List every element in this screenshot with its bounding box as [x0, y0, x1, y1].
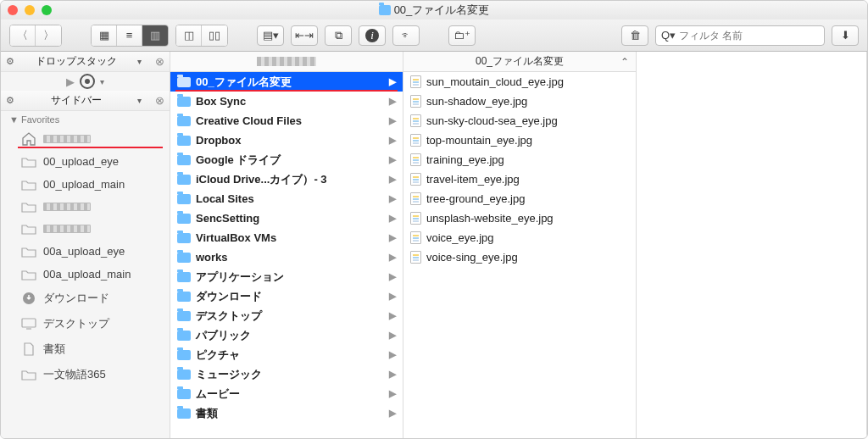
favorites-header[interactable]: ▼ Favorites	[1, 111, 170, 128]
download-button[interactable]: ⬇	[832, 25, 859, 46]
image-file-icon	[410, 212, 421, 225]
folder-row[interactable]: ムービー▶	[170, 384, 403, 403]
sort-caret-icon[interactable]: ⌃	[620, 56, 629, 68]
file-row[interactable]: sun_moutain_cloud_eye.jpg	[403, 72, 636, 92]
folder-row[interactable]: works▶	[170, 247, 403, 267]
sidebar-item[interactable]: ダウンロード	[1, 286, 170, 311]
arrange-icon: ▤▾	[263, 29, 279, 42]
redacted-text	[257, 57, 316, 66]
arrange-button[interactable]: ▤▾	[257, 25, 284, 46]
dual-vertical-button[interactable]: ▯▯	[202, 25, 227, 46]
copy-button[interactable]: ⧉	[325, 25, 352, 46]
folder-row-label: VirtualBox VMs	[196, 231, 276, 244]
sidebar-item[interactable]	[1, 196, 170, 218]
search-box[interactable]: Q▾	[655, 25, 825, 46]
folder-row[interactable]: アプリケーション▶	[170, 267, 403, 286]
main-area: ⚙ ドロップスタック ▾ ⊗ ▶ ▾ ⚙ サイドバー ▾ ⊗ ▼ Favorit…	[1, 52, 867, 439]
folder-row[interactable]: パブリック▶	[170, 325, 403, 345]
file-row-label: voice_eye.jpg	[426, 231, 494, 244]
close-icon[interactable]: ⊗	[155, 94, 164, 107]
measure-button[interactable]: ⇤⇥	[291, 25, 318, 46]
file-row[interactable]: top-mountain_eye.jpg	[403, 131, 636, 150]
sidebar-item[interactable]: 00_upload_eye	[1, 150, 170, 173]
connect-button[interactable]: ᯤ	[392, 25, 420, 46]
folder-row[interactable]: iCloud Drive...カイブ）- 3▶	[170, 169, 403, 189]
sidebar-header[interactable]: ⚙ サイドバー ▾ ⊗	[1, 91, 170, 111]
dropstack-target[interactable]: ▶ ▾	[1, 72, 170, 91]
view-mode-buttons: ▦ ≡ ▥	[91, 25, 169, 47]
folder-row[interactable]: VirtualBox VMs▶	[170, 228, 403, 247]
chevron-right-icon: ▶	[389, 96, 396, 107]
back-button[interactable]: 〈	[10, 25, 36, 46]
split-h-icon: ◫	[184, 29, 194, 42]
sidebar-item[interactable]	[1, 128, 170, 150]
folder-row-label: Creative Cloud Files	[196, 114, 302, 127]
folder-row[interactable]: Creative Cloud Files▶	[170, 111, 403, 131]
image-file-icon	[410, 231, 421, 244]
forward-button[interactable]: 〉	[36, 25, 61, 46]
file-row[interactable]: unsplash-website_eye.jpg	[403, 208, 636, 228]
info-button[interactable]: i	[359, 25, 386, 46]
file-row[interactable]: travel-item_eye.jpg	[403, 169, 636, 189]
folder-row[interactable]: Local Sites▶	[170, 189, 403, 208]
column-1-header[interactable]	[170, 52, 403, 72]
sidebar-item[interactable]: 書類	[1, 336, 170, 362]
folder-row[interactable]: 書類▶	[170, 403, 403, 423]
folder-row[interactable]: ダウンロード▶	[170, 286, 403, 306]
gear-icon[interactable]: ⚙	[6, 95, 14, 106]
file-row[interactable]: training_eye.jpg	[403, 150, 636, 169]
folder-row[interactable]: Box Sync▶	[170, 92, 403, 111]
chevron-right-icon: ▶	[389, 291, 396, 302]
close-icon[interactable]: ⊗	[155, 55, 164, 68]
chevron-right-icon: ▶	[389, 135, 396, 146]
chevron-right-icon: ▶	[389, 174, 396, 185]
folder-row-label: Dropbox	[196, 134, 241, 147]
file-row[interactable]: voice-sing_eye.jpg	[403, 247, 636, 267]
folder-row[interactable]: デスクトップ▶	[170, 306, 403, 325]
column-2-header[interactable]: 00_ファイル名変更 ⌃	[403, 52, 636, 72]
file-row-label: voice-sing_eye.jpg	[426, 251, 518, 264]
folder-row-label: ピクチャ	[196, 347, 240, 363]
sidebar-item[interactable]: 一文物語365	[1, 362, 170, 387]
sidebar: ⚙ ドロップスタック ▾ ⊗ ▶ ▾ ⚙ サイドバー ▾ ⊗ ▼ Favorit…	[1, 52, 170, 439]
sidebar-item[interactable]	[1, 218, 170, 240]
new-folder-button[interactable]: 🗀⁺	[448, 25, 476, 46]
sidebar-item-label: 書類	[43, 342, 65, 357]
folder-row-label: 書類	[196, 406, 218, 421]
gear-icon[interactable]: ⚙	[6, 56, 14, 67]
file-row[interactable]: tree-ground_eye.jpg	[403, 189, 636, 208]
image-file-icon	[410, 134, 421, 147]
sidebar-item[interactable]: 00a_upload_main	[1, 263, 170, 286]
target-icon	[80, 74, 95, 89]
file-row[interactable]: voice_eye.jpg	[403, 228, 636, 247]
trash-button[interactable]: 🗑	[621, 25, 648, 46]
folder-icon	[177, 272, 191, 282]
folder-row[interactable]: Dropbox▶	[170, 131, 403, 150]
sidebar-item[interactable]: 00_upload_main	[1, 173, 170, 196]
folder-row[interactable]: ピクチャ▶	[170, 345, 403, 364]
list-view-button[interactable]: ≡	[117, 25, 142, 46]
folder-row[interactable]: 00_ファイル名変更▶	[170, 72, 403, 92]
sidebar-item[interactable]: デスクトップ	[1, 311, 170, 336]
image-file-icon	[410, 95, 421, 108]
icon-view-button[interactable]: ▦	[92, 25, 117, 46]
folder-row-label: Box Sync	[196, 95, 246, 108]
dual-horizontal-button[interactable]: ◫	[176, 25, 202, 46]
folder-icon	[21, 201, 36, 213]
search-input[interactable]	[679, 30, 819, 42]
column-view-button[interactable]: ▥	[142, 25, 168, 46]
dropstack-header[interactable]: ⚙ ドロップスタック ▾ ⊗	[1, 52, 170, 72]
folder-row[interactable]: SencSetting▶	[170, 208, 403, 228]
folder-icon	[177, 214, 191, 224]
new-folder-icon: 🗀⁺	[453, 29, 470, 42]
window-title: 00_ファイル名変更	[1, 3, 867, 18]
chevron-down-icon: ▾	[137, 57, 142, 66]
favorites-label: Favorites	[21, 114, 59, 125]
file-row[interactable]: sun-sky-cloud-sea_eye.jpg	[403, 111, 636, 131]
chevron-right-icon: ▶	[389, 369, 396, 380]
file-row[interactable]: sun-shadow_eye.jpg	[403, 92, 636, 111]
folder-row[interactable]: ミュージック▶	[170, 364, 403, 384]
sidebar-item[interactable]: 00a_upload_eye	[1, 240, 170, 263]
folder-icon	[177, 331, 191, 341]
folder-row[interactable]: Google ドライブ▶	[170, 150, 403, 169]
